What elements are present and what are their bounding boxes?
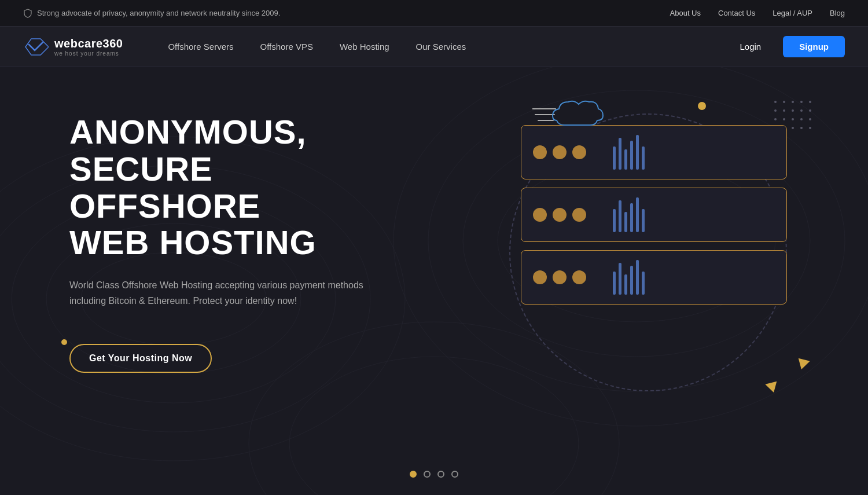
server-bars-3 [613,260,645,295]
cta-dot-decoration [61,339,67,345]
topbar: Strong advocate of privacy, anonymity an… [0,0,868,27]
server-rack-3 [521,250,787,305]
server-bar [624,212,627,232]
slider-dot-1[interactable] [410,471,417,478]
svg-point-21 [809,109,811,112]
server-bar [624,274,627,295]
server-bar [636,260,639,295]
server-dot-1b [553,145,567,159]
server-bar [630,266,633,295]
svg-point-16 [809,101,811,103]
slider-dot-2[interactable] [424,471,431,478]
logo[interactable]: webcare360 we host your dreams [23,34,123,60]
server-bar [630,203,633,232]
logo-name: webcare360 [54,37,123,50]
server-bar [636,197,639,232]
server-dots-2 [533,208,586,222]
server-bars-1 [613,135,645,170]
svg-point-22 [774,118,777,120]
server-bar [613,272,616,295]
svg-point-14 [792,101,794,103]
cloud-illustration [532,85,648,137]
svg-point-19 [792,109,794,112]
svg-point-26 [809,118,811,120]
server-rack-2 [521,188,787,242]
blog-link[interactable]: Blog [830,9,845,17]
nav-offshore-vps[interactable]: Offshore VPS [250,37,323,56]
svg-point-15 [800,101,803,103]
about-us-link[interactable]: About Us [670,9,701,17]
nav-our-services[interactable]: Our Services [406,37,477,56]
svg-point-20 [800,109,803,112]
server-dot-1c [572,145,586,159]
svg-point-12 [774,101,777,103]
hero-content: ANONYMOUS, SECURE OFFSHORE WEB HOSTING W… [0,67,405,373]
hero-illustration [486,79,822,415]
nav-offshore-servers[interactable]: Offshore Servers [157,37,244,56]
logo-icon [23,34,49,60]
logo-tagline: we host your dreams [54,50,123,57]
hero-title-line1: ANONYMOUS, SECURE OFFSHORE [69,113,307,225]
svg-point-30 [800,127,803,129]
hero-section: ANONYMOUS, SECURE OFFSHORE WEB HOSTING W… [0,67,868,495]
server-bar [630,141,633,170]
server-dot-3b [553,270,567,284]
arrow-right-decoration [799,355,812,369]
topbar-links: About Us Contact Us Legal / AUP Blog [670,9,845,17]
hero-title-line2: WEB HOSTING [69,223,317,261]
svg-point-29 [792,127,794,129]
server-bar [613,209,616,232]
server-bar [619,263,621,295]
orange-dot-decoration [698,102,706,110]
server-racks-container [521,125,787,313]
server-dots-1 [533,145,586,159]
server-bar [636,135,639,170]
server-dot-2b [553,208,567,222]
server-dot-2a [533,208,547,222]
server-dot-2c [572,208,586,222]
cta-wrapper: Get Your Hosting Now [69,344,212,373]
server-bar [619,200,621,232]
svg-point-24 [792,118,794,120]
hero-description: World Class Offshore Web Hosting accepti… [69,277,382,309]
legal-aup-link[interactable]: Legal / AUP [773,9,812,17]
slider-dot-4[interactable] [451,471,458,478]
nav-web-hosting[interactable]: Web Hosting [329,37,400,56]
topbar-tagline-area: Strong advocate of privacy, anonymity an… [23,9,280,18]
server-bars-2 [613,197,645,232]
svg-point-17 [774,109,777,112]
server-dot-1a [533,145,547,159]
server-bar [642,209,645,232]
svg-point-31 [809,127,811,129]
cta-button[interactable]: Get Your Hosting Now [69,344,212,373]
server-dots-3 [533,270,586,284]
svg-marker-0 [25,39,49,55]
slider-dots [410,471,458,478]
svg-point-13 [783,101,785,103]
server-bar [613,146,616,170]
signup-button[interactable]: Signup [783,36,845,57]
svg-point-18 [783,109,785,112]
slider-dot-3[interactable] [437,471,444,478]
navbar: webcare360 we host your dreams Offshore … [0,27,868,67]
hero-title: ANONYMOUS, SECURE OFFSHORE WEB HOSTING [69,113,405,261]
server-bar [624,149,627,170]
arrow-left-decoration [764,379,777,393]
shield-icon [23,9,32,18]
server-dot-3a [533,270,547,284]
server-bar [642,272,645,295]
server-dot-3c [572,270,586,284]
nav-actions: Login Signup [729,36,845,57]
contact-us-link[interactable]: Contact Us [718,9,755,17]
svg-point-23 [783,118,785,120]
logo-text-group: webcare360 we host your dreams [54,37,123,57]
server-bar [642,146,645,170]
nav-links: Offshore Servers Offshore VPS Web Hostin… [157,37,729,56]
topbar-tagline: Strong advocate of privacy, anonymity an… [37,9,280,17]
server-bar [619,138,621,170]
login-button[interactable]: Login [729,37,771,56]
svg-point-25 [800,118,803,120]
